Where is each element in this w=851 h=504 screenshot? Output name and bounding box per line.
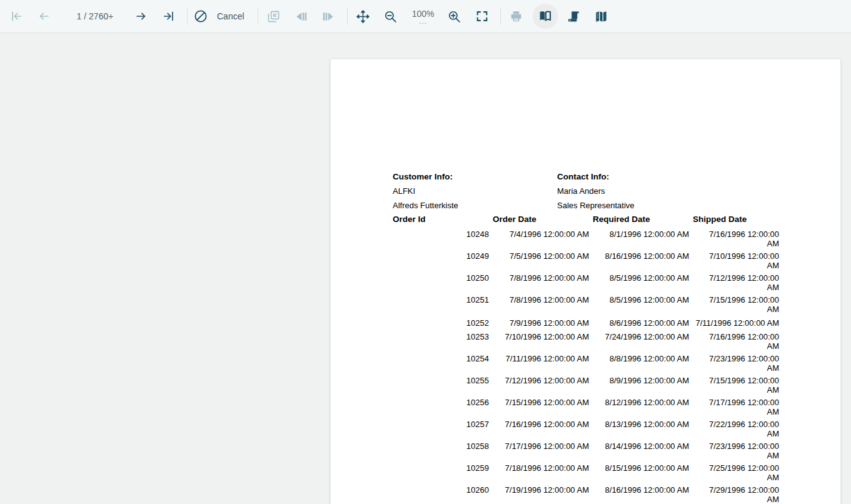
customer-info-label: Customer Info:	[393, 169, 557, 184]
order-date-cell: 7/12/1996 12:00:00 AM	[493, 376, 593, 395]
required-date-cell: 8/5/1996 12:00:00 AM	[593, 273, 693, 292]
table-row: 10255 7/12/1996 12:00:00 AM 8/9/1996 12:…	[393, 374, 783, 396]
shipped-date-cell: 7/12/1996 12:00:00 AM	[693, 273, 783, 292]
table-row: 10249 7/5/1996 12:00:00 AM 8/16/1996 12:…	[393, 249, 783, 271]
table-row: 10259 7/18/1996 12:00:00 AM 8/15/1996 12…	[393, 461, 783, 483]
refresh-button[interactable]	[263, 5, 285, 28]
shipped-date-cell: 7/17/1996 12:00:00 AM	[693, 398, 783, 416]
last-page-icon	[162, 9, 176, 23]
page-setup-button[interactable]	[590, 5, 613, 28]
report-viewer-toolbar: 1 / 2760+ Cancel 100% ...	[0, 0, 851, 33]
table-row: 10250 7/8/1996 12:00:00 AM 8/5/1996 12:0…	[393, 271, 783, 293]
page-view-button[interactable]	[533, 4, 558, 29]
shipped-date-cell: 7/15/1996 12:00:00 AM	[693, 295, 783, 314]
page-number-indicator[interactable]: 1 / 2760+	[60, 11, 130, 21]
table-row: 10253 7/10/1996 12:00:00 AM 7/24/1996 12…	[393, 330, 783, 352]
next-page-button[interactable]	[130, 5, 153, 28]
report-header-info: Customer Info: ALFKI Alfreds Futterkiste…	[393, 169, 840, 213]
order-date-cell: 7/16/1996 12:00:00 AM	[493, 420, 593, 438]
cancel-button[interactable]: Cancel	[192, 5, 251, 28]
zoom-out-icon	[383, 9, 398, 24]
last-page-button[interactable]	[158, 5, 180, 28]
report-viewer-canvas[interactable]: Customer Info: ALFKI Alfreds Futterkiste…	[0, 33, 851, 504]
order-date-cell: 7/17/1996 12:00:00 AM	[493, 441, 593, 460]
zoom-dropdown-ellipsis: ...	[419, 19, 427, 24]
refresh-page-icon	[266, 9, 281, 24]
forward-button[interactable]	[318, 5, 340, 28]
table-row: 10254 7/11/1996 12:00:00 AM 8/8/1996 12:…	[393, 352, 783, 374]
backward-button[interactable]	[290, 5, 313, 28]
open-book-icon	[538, 9, 553, 24]
contact-title-value: Sales Representative	[557, 198, 635, 213]
required-date-cell: 8/12/1996 12:00:00 AM	[593, 398, 693, 416]
table-row: 10258 7/17/1996 12:00:00 AM 8/14/1996 12…	[393, 440, 783, 461]
order-id-cell: 10260	[393, 485, 493, 504]
shipped-date-cell: 7/16/1996 12:00:00 AM	[693, 229, 783, 248]
order-id-cell: 10251	[393, 295, 493, 314]
table-row: 10257 7/16/1996 12:00:00 AM 8/13/1996 12…	[393, 418, 783, 440]
next-page-icon	[134, 9, 148, 23]
report-page: Customer Info: ALFKI Alfreds Futterkiste…	[330, 59, 841, 504]
order-id-cell: 10257	[393, 420, 493, 438]
required-date-cell: 7/24/1996 12:00:00 AM	[593, 332, 693, 351]
required-date-cell: 8/15/1996 12:00:00 AM	[593, 463, 693, 482]
seek-forward-icon	[321, 9, 336, 24]
order-date-cell: 7/18/1996 12:00:00 AM	[493, 463, 593, 482]
order-date-cell: 7/8/1996 12:00:00 AM	[493, 273, 593, 292]
table-row: 10252 7/9/1996 12:00:00 AM 8/6/1996 12:0…	[393, 315, 783, 330]
toolbar-separator	[187, 8, 188, 25]
print-icon	[509, 9, 523, 24]
folded-map-icon	[594, 9, 608, 24]
order-date-cell: 7/5/1996 12:00:00 AM	[493, 251, 593, 270]
seek-backward-icon	[294, 9, 308, 24]
fit-to-page-button[interactable]	[471, 5, 493, 28]
shipped-date-cell: 7/23/1996 12:00:00 AM	[693, 441, 783, 460]
table-row: 10248 7/4/1996 12:00:00 AM 8/1/1996 12:0…	[393, 228, 783, 249]
order-id-cell: 10258	[393, 441, 493, 460]
order-id-cell: 10250	[393, 273, 493, 292]
zoom-out-button[interactable]	[380, 5, 402, 28]
print-layout-button[interactable]	[563, 5, 585, 28]
order-id-cell: 10256	[393, 398, 493, 416]
shipped-date-cell: 7/16/1996 12:00:00 AM	[693, 332, 783, 351]
contact-info-block: Contact Info: Maria Anders Sales Represe…	[557, 169, 635, 213]
order-id-cell: 10248	[393, 229, 493, 248]
required-date-cell: 8/16/1996 12:00:00 AM	[593, 485, 693, 504]
order-date-cell: 7/19/1996 12:00:00 AM	[493, 485, 593, 504]
required-date-cell: 8/16/1996 12:00:00 AM	[593, 251, 693, 270]
required-date-cell: 8/1/1996 12:00:00 AM	[593, 229, 693, 248]
zoom-in-icon	[447, 9, 461, 24]
first-page-icon	[9, 9, 23, 23]
required-date-cell: 8/13/1996 12:00:00 AM	[593, 420, 693, 438]
order-date-cell: 7/4/1996 12:00:00 AM	[493, 229, 593, 248]
shipped-date-cell: 7/22/1996 12:00:00 AM	[693, 420, 783, 438]
column-header-order-date: Order Date	[493, 214, 593, 224]
fit-to-page-icon	[475, 9, 489, 23]
order-id-cell: 10259	[393, 463, 493, 482]
table-row: 10260 7/19/1996 12:00:00 AM 8/16/1996 12…	[393, 483, 783, 504]
shipped-date-cell: 7/11/1996 12:00:00 AM	[693, 318, 783, 328]
order-id-cell: 10253	[393, 332, 493, 351]
orders-table-header-row: Order Id Order Date Required Date Shippe…	[393, 213, 783, 228]
print-button[interactable]	[505, 5, 528, 28]
column-header-order-id: Order Id	[393, 214, 493, 224]
required-date-cell: 8/14/1996 12:00:00 AM	[593, 441, 693, 460]
order-id-cell: 10255	[393, 376, 493, 395]
shipped-date-cell: 7/15/1996 12:00:00 AM	[693, 376, 783, 395]
column-header-required-date: Required Date	[593, 214, 693, 224]
shipped-date-cell: 7/25/1996 12:00:00 AM	[693, 463, 783, 482]
required-date-cell: 8/9/1996 12:00:00 AM	[593, 376, 693, 395]
customer-info-block: Customer Info: ALFKI Alfreds Futterkiste	[393, 169, 557, 213]
customer-id-value: ALFKI	[393, 184, 557, 198]
order-date-cell: 7/9/1996 12:00:00 AM	[493, 318, 593, 328]
first-page-button[interactable]	[5, 5, 28, 28]
pan-tool-button[interactable]	[352, 5, 375, 28]
contact-info-label: Contact Info:	[557, 169, 635, 184]
zoom-level-dropdown[interactable]: 100% ...	[407, 4, 440, 29]
cancel-icon	[193, 9, 208, 24]
shipped-date-cell: 7/23/1996 12:00:00 AM	[693, 354, 783, 373]
zoom-in-button[interactable]	[443, 5, 466, 28]
shipped-date-cell: 7/10/1996 12:00:00 AM	[693, 251, 783, 270]
previous-page-button[interactable]	[33, 5, 55, 28]
toolbar-separator	[258, 8, 258, 25]
